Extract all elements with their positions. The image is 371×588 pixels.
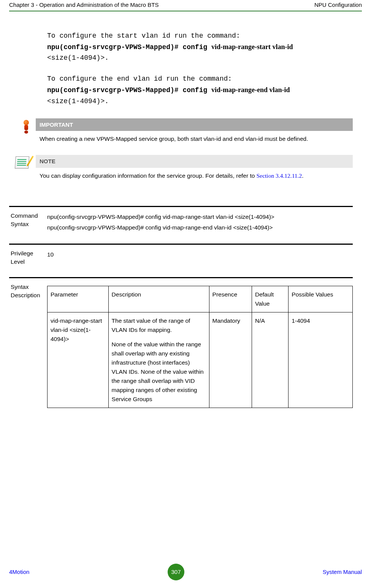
cmd1: npu(config-srvcgrp-VPWS-Mapped)# config …: [47, 41, 353, 53]
note-text-main: You can display configuration informatio…: [40, 172, 257, 179]
important-text: When creating a new VPWS-Mapped service …: [36, 131, 353, 143]
td-default: N/A: [252, 312, 288, 408]
note-tail: .: [302, 172, 303, 179]
footer-left[interactable]: 4Motion: [9, 568, 29, 576]
note-callout: NOTE You can display configuration infor…: [13, 155, 353, 180]
syntax-table: Parameter Description Presence Default V…: [47, 286, 353, 408]
important-icon: [24, 120, 29, 133]
td-presence: Mandatory: [209, 312, 252, 408]
intro-line2: To configure the end vlan id run the com…: [47, 73, 353, 84]
command-syntax-label: Command Syntax: [9, 212, 47, 229]
th-possible: Possible Values: [289, 286, 353, 312]
cmd2-size: <size(1-4094)>.: [47, 96, 353, 107]
command-syntax-value-2: npu(config-srvcgrp-VPWS-Mapped)# config …: [47, 222, 353, 233]
page-number-badge: 307: [168, 564, 184, 580]
page-header: Chapter 3 - Operation and Administration…: [9, 1, 362, 11]
cmd1-size: <size(1-4094)>.: [47, 53, 353, 64]
command-syntax-value-1: npu(config-srvcgrp-VPWS-Mapped)# config …: [47, 212, 353, 222]
privilege-label: Privilege Level: [9, 249, 47, 266]
header-right: NPU Configuration: [314, 1, 362, 9]
cmd1-prefix: npu(config-srvcgrp-VPWS-Mapped)# config: [47, 43, 211, 51]
cmd2: npu(config-srvcgrp-VPWS-Mapped)# config …: [47, 84, 353, 96]
important-callout: IMPORTANT When creating a new VPWS-Mappe…: [13, 118, 353, 143]
note-icon: [15, 156, 29, 169]
syntax-description-row: Syntax Description Parameter Description…: [9, 277, 353, 408]
th-default: Default Value: [252, 286, 288, 312]
td-description: The start value of the range of VLAN IDs…: [108, 312, 209, 408]
header-left: Chapter 3 - Operation and Administration…: [9, 1, 159, 9]
note-text: You can display configuration informatio…: [36, 168, 353, 180]
footer-right[interactable]: System Manual: [323, 568, 362, 576]
th-parameter: Parameter: [48, 286, 109, 312]
note-title: NOTE: [36, 155, 353, 168]
cmd2-suffix: vid-map-range-end vlan-id: [211, 86, 290, 94]
table-row: vid-map-range-start vlan-id <size(1-4094…: [48, 312, 353, 408]
th-presence: Presence: [209, 286, 252, 312]
page-footer: 4Motion 307 System Manual: [9, 564, 362, 580]
td-description-p1: The start value of the range of VLAN IDs…: [112, 316, 206, 335]
privilege-row: Privilege Level 10: [9, 244, 353, 266]
privilege-value: 10: [47, 249, 353, 260]
table-header-row: Parameter Description Presence Default V…: [48, 286, 353, 312]
th-description: Description: [108, 286, 209, 312]
syntax-description-label: Syntax Description: [9, 283, 47, 300]
cmd1-suffix: vid-map-range-start vlan-id: [211, 43, 293, 51]
td-parameter: vid-map-range-start vlan-id <size(1-4094…: [48, 312, 109, 408]
important-title: IMPORTANT: [36, 118, 353, 131]
td-possible: 1-4094: [289, 312, 353, 408]
td-description-p2: None of the value within the range shall…: [112, 340, 206, 404]
section-reference-link[interactable]: Section 3.4.12.11.2: [257, 172, 302, 179]
command-syntax-row: Command Syntax npu(config-srvcgrp-VPWS-M…: [9, 206, 353, 233]
intro-line1: To configure the start vlan id run the c…: [47, 30, 353, 41]
cmd2-prefix: npu(config-srvcgrp-VPWS-Mapped)# config: [47, 86, 211, 94]
